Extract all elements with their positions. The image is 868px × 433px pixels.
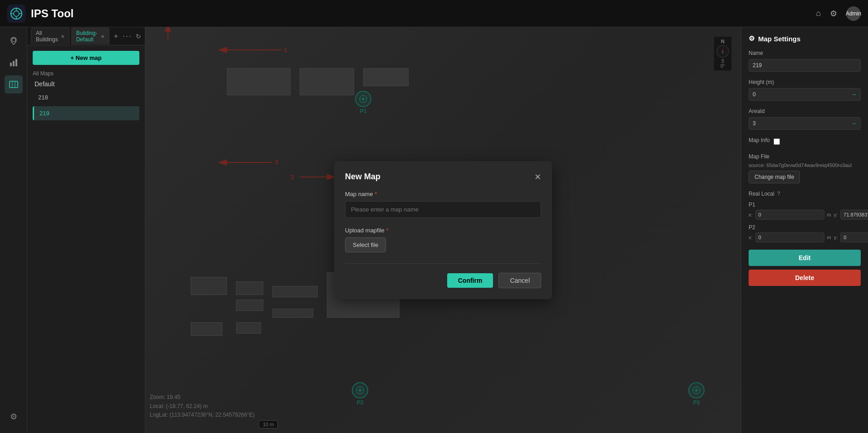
p1-x-unit: m (827, 212, 831, 217)
modal-upload-field: Upload mapfile * Select file (345, 227, 541, 252)
panel-areaid-field: AreaId 3 → (749, 108, 861, 130)
svg-rect-7 (10, 63, 12, 66)
p1-y-label: y: (834, 212, 838, 217)
panel-height-field: Height (m) 0 → (749, 79, 861, 101)
p1-label: P1 (749, 202, 861, 208)
p2-y-input[interactable] (840, 232, 868, 242)
modal-footer: Confirm Cancel (345, 263, 541, 288)
svg-point-6 (12, 38, 15, 42)
icon-sidebar: ⚙ (0, 27, 27, 433)
p2-x-label: x: (749, 235, 753, 240)
tab-all-buildings-close[interactable]: ✕ (61, 34, 64, 39)
tab-building-default-label: Building-Default (76, 30, 98, 43)
question-icon: ? (777, 191, 780, 197)
panel-reallocal-label: Real Local ? (749, 191, 861, 197)
map-sidebar: All Buildings ✕ Building-Default ✕ + ···… (27, 27, 145, 433)
avatar[interactable]: Admin (846, 6, 861, 21)
tab-all-buildings[interactable]: All Buildings ✕ (31, 28, 69, 44)
panel-name-field: Name 219 (749, 50, 861, 72)
panel-mapinfo-field: Map Info (749, 137, 861, 146)
svg-rect-8 (13, 61, 15, 66)
map-info-checkbox[interactable] (774, 138, 780, 145)
tabs-bar: All Buildings ✕ Building-Default ✕ + ···… (27, 27, 145, 45)
tab-refresh-button[interactable]: ↻ (136, 33, 141, 40)
p1-x-label: x: (749, 212, 753, 217)
app-title: IPS Tool (31, 7, 74, 20)
map-canvas[interactable]: P1 P2 (145, 27, 741, 433)
main-content: P1 P2 (145, 27, 741, 433)
svg-point-1 (14, 11, 19, 16)
modal-upload-required: * (386, 227, 389, 234)
panel-name-value: 219 (749, 59, 861, 72)
right-panel-title: ⚙ Map Settings (749, 34, 861, 43)
app-header: IPS Tool ⌂ ⚙ Admin (0, 0, 868, 27)
modal-map-name-label: Map name * (345, 191, 541, 197)
tab-all-buildings-label: All Buildings (36, 30, 58, 43)
tab-add-button[interactable]: + (111, 32, 121, 40)
tab-more-button[interactable]: ··· (123, 31, 132, 41)
all-maps-label: All Maps (33, 70, 139, 77)
modal-overlay: New Map ✕ Map name * Upload mapfile (145, 27, 741, 433)
p2-label: P2 (749, 224, 861, 231)
panel-mapinfo-label: Map Info (749, 137, 770, 143)
delete-button[interactable]: Delete (749, 270, 861, 286)
map-item-219[interactable]: 219 (33, 106, 139, 120)
gear-icon[interactable]: ⚙ (830, 9, 837, 19)
height-plus-icon[interactable]: → (851, 91, 857, 98)
map-group-default-label: Default (35, 80, 139, 88)
p1-x-input[interactable] (755, 210, 824, 220)
areaid-plus-icon[interactable]: → (851, 120, 857, 127)
panel-mapfile-field: Map File source: 65dw7g0evw0d74wav9reiq4… (749, 153, 861, 183)
modal-map-name-input[interactable] (345, 201, 541, 218)
svg-rect-10 (10, 81, 18, 88)
p1-coords: x: m y: m (749, 210, 861, 220)
app-logo (7, 5, 25, 23)
panel-mapfile-label: Map File (749, 153, 861, 160)
p1-y-input[interactable] (840, 210, 868, 220)
tab-building-default[interactable]: Building-Default ✕ (71, 28, 109, 44)
panel-height-label: Height (m) (749, 79, 861, 85)
panel-areaid-label: AreaId (749, 108, 861, 114)
tab-building-default-close[interactable]: ✕ (101, 34, 104, 39)
cancel-button[interactable]: Cancel (498, 273, 541, 288)
svg-rect-9 (15, 59, 17, 66)
new-map-button[interactable]: + New map (33, 51, 139, 65)
sidebar-item-location[interactable] (5, 32, 23, 50)
right-panel: ⚙ Map Settings Name 219 Height (m) 0 → A… (741, 27, 868, 433)
confirm-button[interactable]: Confirm (447, 273, 493, 288)
p2-y-label: y: (834, 235, 838, 240)
home-icon[interactable]: ⌂ (816, 9, 821, 18)
panel-reallocal-field: Real Local ? P1 x: m y: m P2 x: m y: (749, 191, 861, 242)
p2-coords: x: m y: m (749, 232, 861, 242)
p2-x-input[interactable] (755, 232, 824, 242)
sidebar-item-map[interactable] (5, 75, 23, 93)
modal-map-name-field: Map name * (345, 191, 541, 218)
modal-upload-label: Upload mapfile * (345, 227, 541, 234)
edit-button[interactable]: Edit (749, 250, 861, 266)
panel-areaid-value: 3 → (749, 117, 861, 130)
select-file-button[interactable]: Select file (345, 237, 386, 252)
p2-x-unit: m (827, 235, 831, 240)
header-actions: ⌂ ⚙ Admin (816, 6, 861, 21)
map-item-218[interactable]: 218 (33, 90, 139, 104)
sidebar-item-settings[interactable]: ⚙ (5, 408, 23, 426)
map-sidebar-content: + New map All Maps Default 218 219 (27, 45, 145, 433)
map-file-source: source: 65dw7g0evw0d74wav9reiq4500ro3aul (749, 162, 861, 168)
modal-map-name-required: * (375, 191, 377, 197)
modal-close-button[interactable]: ✕ (534, 173, 541, 181)
panel-name-label: Name (749, 50, 861, 56)
panel-height-value: 0 → (749, 88, 861, 101)
change-map-button[interactable]: Change map file (749, 171, 800, 183)
sidebar-item-chart[interactable] (5, 54, 23, 72)
modal-title: New Map (345, 172, 380, 182)
new-map-modal: New Map ✕ Map name * Upload mapfile (334, 161, 552, 299)
gear-icon-panel: ⚙ (749, 34, 755, 43)
modal-header: New Map ✕ (345, 172, 541, 182)
main-layout: ⚙ All Buildings ✕ Building-Default ✕ + ·… (0, 27, 868, 433)
